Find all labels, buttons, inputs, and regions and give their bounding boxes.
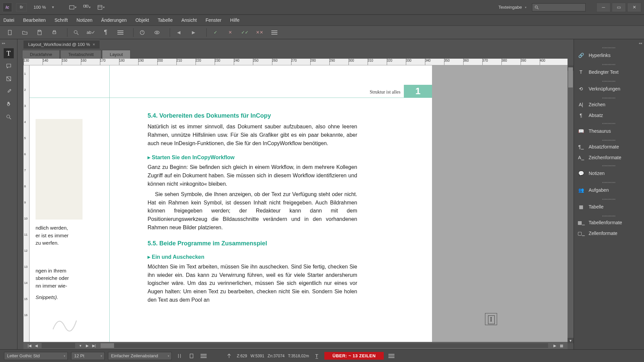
panel-notes[interactable]: 💬Notizen bbox=[574, 167, 644, 180]
last-page-button[interactable]: ▶| bbox=[91, 344, 97, 348]
font-size-combo[interactable]: 12 Pt bbox=[71, 352, 105, 360]
accept-change-button[interactable]: ✓ bbox=[210, 28, 221, 37]
split-view-button[interactable]: ▦ bbox=[558, 344, 565, 348]
table-icon: ▦ bbox=[577, 203, 585, 210]
workspace-button[interactable]: ▾ bbox=[96, 4, 106, 11]
next-page-button[interactable]: ▶ bbox=[84, 344, 91, 348]
svg-rect-23 bbox=[190, 354, 193, 358]
panel-hyperlinks[interactable]: 🔗Hyperlinks bbox=[574, 49, 644, 62]
control-toolbar: ab✓ ¶ ◀ ▶ ✓ ✕ ✓✓ ✕✕ bbox=[0, 26, 644, 39]
column-indicator-icon[interactable] bbox=[175, 352, 184, 360]
position-tool[interactable] bbox=[4, 74, 14, 84]
table-styles-icon: ▦⎯ bbox=[577, 219, 585, 226]
app-icon: Ic bbox=[3, 3, 12, 12]
panel-character[interactable]: A|Zeichen bbox=[574, 99, 644, 110]
open-button[interactable] bbox=[19, 28, 30, 37]
show-hidden-button[interactable]: ¶ bbox=[100, 28, 111, 37]
vertical-scrollbar[interactable]: ▲ ▼ bbox=[568, 65, 574, 343]
prev-page-button[interactable]: ◀ bbox=[33, 344, 40, 348]
svg-rect-0 bbox=[70, 5, 74, 9]
eyedropper-tool[interactable] bbox=[4, 86, 14, 97]
arrange-button[interactable]: ▾ bbox=[82, 4, 92, 11]
hyperlinks-icon: 🔗 bbox=[577, 52, 585, 59]
reject-all-button[interactable]: ✕✕ bbox=[254, 28, 265, 37]
menu-bearbeiten[interactable]: Bearbeiten bbox=[23, 17, 46, 23]
close-window-button[interactable]: ✕ bbox=[627, 3, 641, 12]
next-button[interactable]: ▶ bbox=[188, 28, 199, 37]
menu-aenderungen[interactable]: Änderungen bbox=[101, 17, 127, 23]
cell-styles-icon: ▢⎯ bbox=[577, 230, 585, 237]
type-tool[interactable]: T bbox=[4, 48, 14, 58]
layout-canvas[interactable]: 12345678910111213141516 Struktur ist all… bbox=[23, 65, 568, 342]
expand-tools-icon[interactable]: ▸▸ bbox=[2, 41, 5, 45]
conditional-text-icon: T bbox=[577, 69, 585, 75]
menu-schrift[interactable]: Schrift bbox=[54, 17, 68, 23]
menu-ansicht[interactable]: Ansicht bbox=[181, 17, 197, 23]
panel-paragraph-styles[interactable]: ¶⎯Absatzformate bbox=[574, 141, 644, 152]
menu-fenster[interactable]: Fenster bbox=[206, 17, 221, 23]
note-tool[interactable] bbox=[4, 61, 14, 71]
body-text[interactable]: 5.4. Vorbereiten des Dokuments für InCop… bbox=[148, 112, 357, 306]
document-tab[interactable]: Layout_Workflow.indd @ 100 % × bbox=[23, 40, 100, 49]
workspace-mode-combo[interactable]: Texteingabe bbox=[495, 3, 529, 12]
save-button[interactable] bbox=[34, 28, 45, 37]
view-tab-layout[interactable]: Layout bbox=[102, 50, 130, 59]
accept-all-button[interactable]: ✓✓ bbox=[239, 28, 250, 37]
menu-notizen[interactable]: Notizen bbox=[76, 17, 92, 23]
panel-thesaurus[interactable]: 📖Thesaurus bbox=[574, 125, 644, 137]
menu-hilfe[interactable]: Hilfe bbox=[230, 17, 239, 23]
toggle-assignment-button[interactable] bbox=[137, 28, 148, 37]
close-tab-icon[interactable]: × bbox=[93, 42, 95, 47]
scroll-right-button[interactable]: ▶ bbox=[551, 344, 558, 348]
toolbar-menu-2[interactable] bbox=[269, 28, 280, 37]
maximize-button[interactable]: ▭ bbox=[612, 3, 626, 12]
panel-dock: ◂◂ 🔗Hyperlinks TBedingter Text ⟲Verknüpf… bbox=[574, 39, 644, 349]
statusbar-menu-2[interactable] bbox=[387, 352, 396, 360]
toolbar-menu-1[interactable] bbox=[115, 28, 126, 37]
statusbar-menu-1[interactable] bbox=[199, 352, 208, 360]
collapse-dock-icon[interactable]: ◂◂ bbox=[574, 41, 644, 45]
reject-change-button[interactable]: ✕ bbox=[225, 28, 235, 37]
first-page-button[interactable]: |◀ bbox=[26, 344, 33, 348]
preview-button[interactable] bbox=[152, 28, 162, 37]
page-dropdown[interactable]: ▾ bbox=[77, 344, 84, 348]
metric-w: W:5391 bbox=[251, 354, 264, 358]
prev-button[interactable]: ◀ bbox=[173, 28, 184, 37]
scrollbar-thumb[interactable] bbox=[568, 67, 573, 87]
svg-line-18 bbox=[7, 77, 11, 81]
chevron-down-icon: ▼ bbox=[51, 5, 55, 9]
menu-tabelle[interactable]: Tabelle bbox=[158, 17, 172, 23]
spellcheck-button[interactable]: ab✓ bbox=[86, 28, 96, 37]
hand-tool[interactable] bbox=[4, 99, 14, 109]
panel-conditional-text[interactable]: TBedingter Text bbox=[574, 66, 644, 78]
new-doc-button[interactable] bbox=[5, 28, 15, 37]
bridge-button[interactable]: Br bbox=[16, 3, 27, 11]
panel-assignments[interactable]: 👥Aufgaben bbox=[574, 184, 644, 196]
horizontal-scrollbar[interactable] bbox=[101, 343, 548, 348]
find-button[interactable] bbox=[71, 28, 82, 37]
panel-paragraph[interactable]: ¶Absatz bbox=[574, 110, 644, 121]
menu-objekt[interactable]: Objekt bbox=[136, 17, 149, 23]
view-tab-story[interactable]: Textabschnitt bbox=[60, 50, 101, 59]
zoom-tool[interactable] bbox=[4, 112, 14, 122]
leading-combo[interactable]: Einfacher Zeilenabstand bbox=[108, 352, 172, 360]
print-button[interactable] bbox=[49, 28, 60, 37]
menu-datei[interactable]: Datei bbox=[3, 17, 14, 23]
svg-point-5 bbox=[535, 6, 537, 8]
search-field[interactable] bbox=[532, 3, 586, 11]
zoom-combo[interactable]: 100 % ▼ bbox=[31, 3, 63, 12]
screen-mode-button[interactable]: ▾ bbox=[68, 4, 77, 11]
notes-icon: 💬 bbox=[577, 170, 585, 177]
panel-cell-styles[interactable]: ▢⎯Zellenformate bbox=[574, 228, 644, 239]
minimize-button[interactable]: ─ bbox=[596, 3, 610, 12]
page-indicator-icon[interactable] bbox=[187, 352, 196, 360]
page-navigator: |◀ ◀ ▾ ▶ ▶| ▶ ▦ bbox=[23, 342, 568, 349]
panel-table[interactable]: ▦Tabelle bbox=[574, 200, 644, 213]
view-tab-galley[interactable]: Druckfahne bbox=[22, 50, 60, 59]
page-number-field[interactable] bbox=[42, 343, 75, 348]
font-family-combo[interactable]: Letter Gothic Std bbox=[4, 352, 68, 360]
panel-links[interactable]: ⟲Verknüpfungen bbox=[574, 82, 644, 95]
panel-table-styles[interactable]: ▦⎯Tabellenformate bbox=[574, 217, 644, 228]
panel-character-styles[interactable]: A⎯Zeichenformate bbox=[574, 152, 644, 163]
scroll-down-icon[interactable]: ▼ bbox=[568, 338, 574, 343]
